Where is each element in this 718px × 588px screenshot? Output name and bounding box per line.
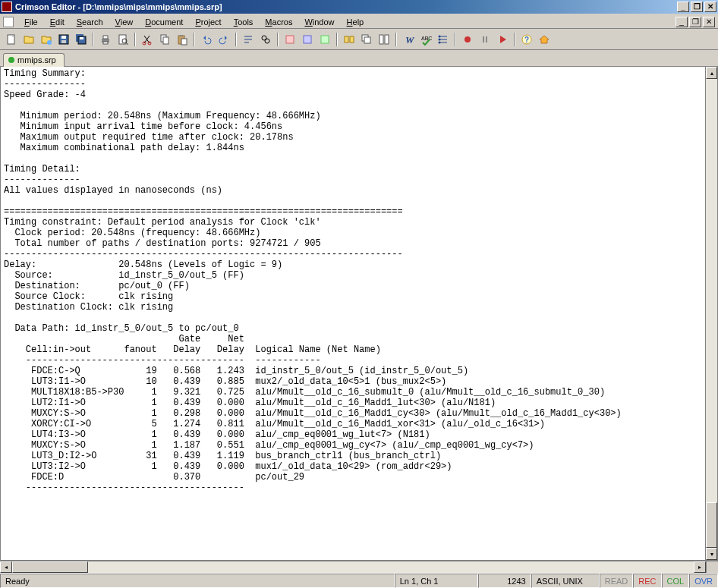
svg-rect-26 [350, 36, 354, 42]
title-bar: Crimson Editor - [D:\mmips\mips\mmips\mm… [0, 0, 718, 14]
mdi-minimize-button[interactable]: _ [675, 17, 688, 27]
svg-text:ABC: ABC [421, 36, 432, 41]
menu-macros[interactable]: Macros [259, 16, 298, 28]
minimize-button[interactable]: _ [677, 2, 689, 12]
toolbar-separator [336, 33, 338, 46]
svg-rect-19 [181, 39, 187, 45]
redo-button[interactable] [216, 31, 232, 47]
save-all-button[interactable] [73, 31, 90, 47]
play-button[interactable] [494, 31, 511, 47]
toolbar-separator [514, 33, 515, 46]
svg-text:?: ? [524, 36, 529, 44]
cascade-button[interactable] [358, 31, 375, 47]
saved-indicator-icon [8, 57, 14, 63]
mdi-restore-button[interactable]: ❐ [689, 17, 701, 27]
scroll-left-button[interactable]: ◂ [0, 561, 12, 573]
text-editor[interactable]: Timing Summary: --------------- Speed Gr… [1, 67, 705, 560]
scroll-right-button[interactable]: ▸ [694, 561, 706, 573]
status-cursor: Ln 1, Ch 1 [395, 574, 478, 588]
status-ovr: OVR [689, 574, 718, 588]
toolbar-separator [93, 33, 94, 46]
print-preview-button[interactable] [115, 31, 131, 47]
new-file-button[interactable] [3, 31, 20, 47]
menu-view[interactable]: View [109, 16, 140, 28]
menu-help[interactable]: Help [341, 16, 370, 28]
svg-rect-7 [80, 37, 83, 39]
svg-rect-16 [163, 37, 168, 44]
svg-rect-18 [180, 35, 183, 36]
horizontal-scrollbar[interactable]: ◂ ▸ [0, 561, 706, 573]
paste-button[interactable] [174, 31, 191, 47]
find-button[interactable] [257, 31, 274, 47]
vscroll-thumb[interactable] [706, 502, 717, 548]
svg-rect-22 [286, 36, 294, 43]
save-button[interactable] [55, 31, 72, 47]
macro-button-1[interactable] [282, 31, 298, 47]
macro-button-3[interactable] [316, 31, 333, 47]
hscroll-row: ◂ ▸ [0, 561, 718, 573]
svg-rect-9 [103, 36, 108, 39]
editor-area: Timing Summary: --------------- Speed Gr… [0, 67, 718, 561]
toolbar-separator [134, 33, 136, 46]
toolbar: W ABC ? [0, 29, 718, 50]
maximize-button[interactable]: ❐ [691, 2, 703, 12]
svg-point-21 [265, 39, 269, 43]
menu-file[interactable]: File [18, 16, 44, 28]
scroll-down-button[interactable]: ▾ [706, 548, 717, 560]
copy-button[interactable] [156, 31, 173, 47]
open-file-button[interactable] [20, 31, 37, 47]
close-button[interactable]: ✕ [704, 2, 716, 12]
help-button[interactable]: ? [518, 31, 535, 47]
open-remote-button[interactable] [38, 31, 55, 47]
macro-button-2[interactable] [299, 31, 316, 47]
menu-tools[interactable]: Tools [228, 16, 260, 28]
record-button[interactable] [459, 31, 476, 47]
undo-button[interactable] [198, 31, 215, 47]
svg-rect-23 [304, 36, 311, 43]
menu-search[interactable]: Search [71, 16, 109, 28]
toolbar-separator [194, 33, 195, 46]
svg-rect-4 [61, 40, 66, 43]
scroll-up-button[interactable]: ▴ [706, 67, 717, 79]
cut-button[interactable] [139, 31, 156, 47]
toolbar-separator [455, 33, 456, 46]
vertical-scrollbar[interactable]: ▴ ▾ [705, 67, 717, 560]
svg-point-1 [47, 40, 52, 45]
hscroll-thumb[interactable] [12, 561, 88, 573]
tab-strip: mmips.srp [0, 50, 718, 67]
menu-document[interactable]: Document [139, 16, 189, 28]
menu-project[interactable]: Project [189, 16, 227, 28]
hscroll-track[interactable] [12, 561, 694, 573]
home-button[interactable] [536, 31, 553, 47]
prefs-button[interactable] [435, 31, 452, 47]
vscroll-track[interactable] [706, 79, 717, 548]
menu-edit[interactable]: Edit [44, 16, 71, 28]
pause-button[interactable] [477, 31, 493, 47]
status-read: READ [600, 574, 634, 588]
svg-rect-24 [321, 36, 329, 43]
svg-point-33 [439, 35, 441, 37]
app-icon [2, 2, 12, 12]
print-button[interactable] [97, 31, 114, 47]
svg-rect-37 [483, 36, 484, 42]
spellcheck-button[interactable]: ABC [417, 31, 434, 47]
svg-point-35 [439, 41, 441, 43]
file-tab[interactable]: mmips.srp [3, 53, 65, 67]
tile-button[interactable] [376, 31, 392, 47]
menu-bar: File Edit Search View Document Project T… [0, 14, 718, 29]
svg-rect-29 [379, 35, 383, 44]
svg-text:W: W [405, 34, 414, 46]
menu-window[interactable]: Window [298, 16, 340, 28]
status-chars: 1243 [478, 574, 531, 588]
svg-rect-10 [103, 42, 108, 44]
directory-button[interactable] [341, 31, 357, 47]
svg-point-36 [464, 36, 471, 42]
status-message: Ready [0, 574, 395, 588]
toolbar-separator [277, 33, 279, 46]
status-encoding: ASCII, UNIX [531, 574, 600, 588]
svg-rect-3 [61, 36, 66, 39]
bold-button[interactable]: W [400, 31, 417, 47]
svg-rect-25 [345, 36, 348, 42]
mdi-close-button[interactable]: ✕ [703, 17, 715, 27]
word-wrap-button[interactable] [240, 31, 257, 47]
